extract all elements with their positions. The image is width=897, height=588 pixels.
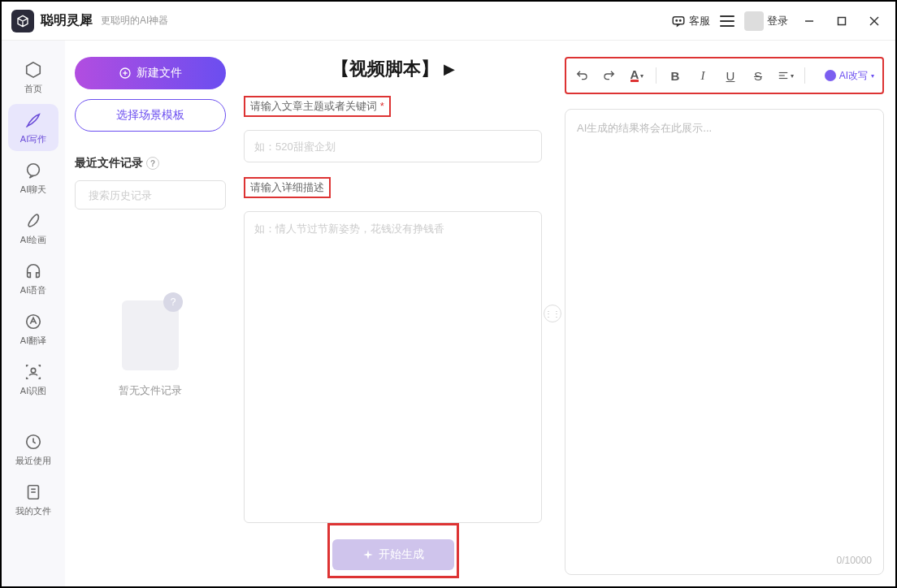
sidebar-item-voice[interactable]: AI语音 xyxy=(8,255,58,302)
sparkle-icon xyxy=(362,549,374,560)
search-input[interactable] xyxy=(89,189,225,201)
left-panel: 新建文件 选择场景模板 最近文件记录 ? ? 暂无文件记录 xyxy=(65,41,236,586)
svg-point-9 xyxy=(31,368,36,373)
sidebar-item-myfiles[interactable]: 我的文件 xyxy=(8,476,58,523)
empty-doc-icon: ? xyxy=(114,292,187,374)
app-logo-icon xyxy=(11,10,34,32)
bold-button[interactable]: B xyxy=(663,63,687,88)
brush-icon xyxy=(24,211,43,231)
editor-toolbar: A▾ B I U S ▾ AI改写 ▾ xyxy=(570,62,879,89)
svg-rect-4 xyxy=(838,17,846,24)
image-scan-icon xyxy=(24,362,43,382)
underline-button[interactable]: U xyxy=(718,63,743,88)
titlebar: 聪明灵犀 更聪明的AI神器 客服 登录 xyxy=(2,2,895,41)
redo-button[interactable] xyxy=(597,63,622,88)
right-panel: A▾ B I U S ▾ AI改写 ▾ AI生成的结果将会在此展示... 0/1… xyxy=(550,41,895,586)
text-color-button[interactable]: A▾ xyxy=(625,63,649,88)
home-icon xyxy=(24,60,43,80)
minimize-button[interactable] xyxy=(798,10,821,32)
svg-rect-0 xyxy=(673,16,684,24)
app-subtitle: 更聪明的AI神器 xyxy=(101,14,168,28)
italic-button[interactable]: I xyxy=(691,63,715,88)
ai-rewrite-button[interactable]: AI改写 ▾ xyxy=(820,69,879,83)
undo-icon xyxy=(575,69,588,82)
strikethrough-button[interactable]: S xyxy=(746,63,770,88)
redo-icon xyxy=(603,69,616,82)
svg-point-2 xyxy=(680,19,682,21)
output-placeholder: AI生成的结果将会在此展示... xyxy=(577,122,712,134)
empty-state: ? 暂无文件记录 xyxy=(75,292,226,398)
clock-icon xyxy=(24,432,43,452)
topic-label: 请输入文章主题或者关键词 * xyxy=(244,96,391,117)
new-file-button[interactable]: 新建文件 xyxy=(75,57,226,89)
sidebar-item-write[interactable]: AI写作 xyxy=(8,104,58,151)
choose-template-button[interactable]: 选择场景模板 xyxy=(75,99,226,132)
sidebar-item-paint[interactable]: AI绘画 xyxy=(8,205,58,252)
empty-text: 暂无文件记录 xyxy=(119,383,182,398)
sidebar-item-translate[interactable]: AI翻译 xyxy=(8,305,58,352)
sidebar-item-chat[interactable]: AI聊天 xyxy=(8,154,58,201)
app-title: 聪明灵犀 xyxy=(41,12,93,29)
description-input[interactable] xyxy=(244,211,542,523)
sidebar-item-home[interactable]: 首页 xyxy=(8,54,58,101)
svg-point-1 xyxy=(676,19,678,21)
align-button[interactable]: ▾ xyxy=(774,63,798,88)
file-icon xyxy=(24,482,43,502)
ai-dot-icon xyxy=(825,70,836,81)
maximize-button[interactable] xyxy=(830,10,853,32)
resize-handle[interactable]: ⋮⋮ xyxy=(544,305,561,322)
svg-point-7 xyxy=(28,163,40,175)
pen-icon xyxy=(24,110,43,130)
help-icon[interactable]: ? xyxy=(146,157,159,170)
customer-service-button[interactable]: 客服 xyxy=(671,14,710,28)
search-box[interactable] xyxy=(75,180,226,210)
headphone-icon xyxy=(24,262,43,281)
generate-button[interactable]: 开始生成 xyxy=(332,539,454,570)
align-icon xyxy=(778,70,789,81)
sidebar-item-recent[interactable]: 最近使用 xyxy=(8,426,58,473)
output-area[interactable]: AI生成的结果将会在此展示... 0/10000 xyxy=(565,109,884,575)
recent-files-label: 最近文件记录 ? xyxy=(75,156,226,171)
close-button[interactable] xyxy=(863,10,886,32)
chat-icon xyxy=(671,14,686,28)
description-label: 请输入详细描述 xyxy=(244,177,331,198)
translate-icon xyxy=(24,312,43,331)
avatar-icon xyxy=(744,11,764,31)
topic-input[interactable] xyxy=(244,130,542,162)
play-icon[interactable]: ▶ xyxy=(444,60,455,78)
page-title: 【视频脚本】 xyxy=(332,57,439,81)
middle-panel: 【视频脚本】 ▶ 请输入文章主题或者关键词 * 请输入详细描述 开始生成 ⋮⋮ xyxy=(236,41,550,586)
sidebar: 首页 AI写作 AI聊天 AI绘画 AI语音 AI翻译 AI识图 最 xyxy=(2,41,65,586)
sidebar-item-image[interactable]: AI识图 xyxy=(8,356,58,403)
chat-bubble-icon xyxy=(24,161,43,180)
undo-button[interactable] xyxy=(570,63,594,88)
hamburger-menu-icon[interactable] xyxy=(720,14,734,28)
plus-circle-icon xyxy=(119,67,132,80)
char-count: 0/10000 xyxy=(837,555,872,566)
login-button[interactable]: 登录 xyxy=(744,11,788,31)
